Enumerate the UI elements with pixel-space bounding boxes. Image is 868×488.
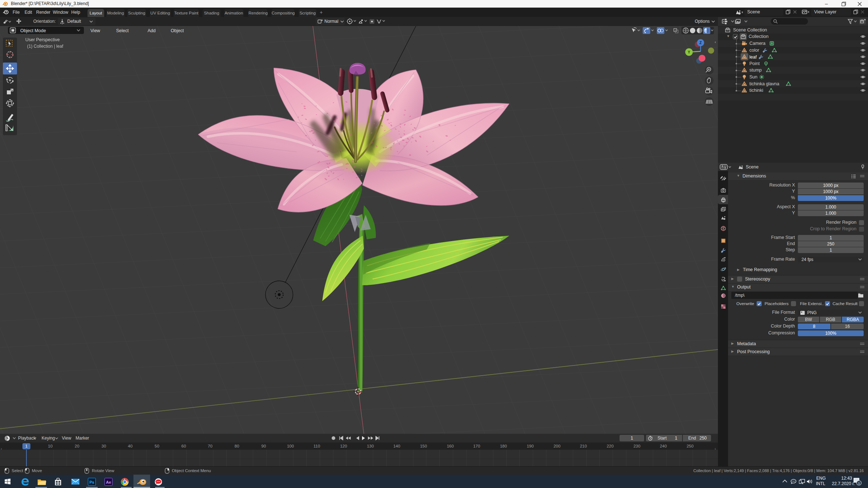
- svg-text:Y: Y: [688, 50, 690, 54]
- svg-text:‹: ‹: [715, 40, 716, 44]
- svg-text:Ae: Ae: [106, 480, 111, 484]
- svg-text:Select: Select: [116, 28, 129, 33]
- svg-text:User Perspective: User Perspective: [25, 37, 60, 42]
- svg-text:Ps: Ps: [89, 480, 94, 484]
- svg-text:View: View: [90, 28, 101, 33]
- svg-text:Z: Z: [699, 41, 702, 45]
- svg-text:Object: Object: [171, 28, 184, 33]
- svg-text:Add: Add: [148, 28, 156, 33]
- svg-text:(1) Collection | leaf: (1) Collection | leaf: [27, 44, 63, 49]
- svg-text:1: 1: [858, 481, 860, 485]
- svg-text:Object Mode: Object Mode: [20, 28, 46, 33]
